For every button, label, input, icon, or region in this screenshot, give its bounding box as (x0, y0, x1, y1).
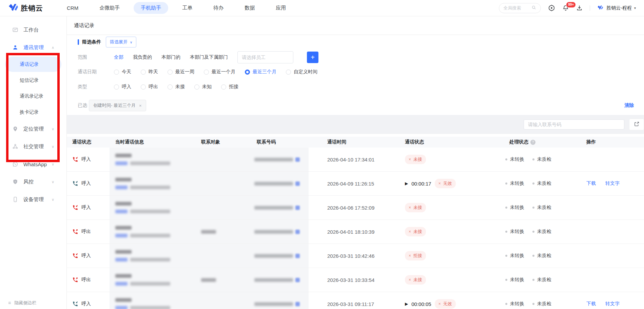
status-badge: ×未接 (405, 203, 426, 212)
top-nav-item[interactable]: CRM (60, 2, 85, 14)
blurred-link[interactable] (115, 306, 128, 309)
filter-panel: 筛选条件 筛选展开 ∨ 范围 全部我负责的本部门的本部门及下属部门 + 通话日期… (67, 35, 644, 111)
blurred-link[interactable] (115, 210, 128, 213)
blurred-link[interactable] (115, 258, 128, 262)
user-menu[interactable]: 胜销云-程程 ▾ (597, 5, 636, 11)
scope-option[interactable]: 全部 (114, 54, 123, 60)
sidebar-subitem[interactable]: 通讯录记录 (0, 88, 66, 104)
actions-cell (571, 148, 644, 171)
top-nav-item[interactable]: 手机助手 (134, 2, 168, 14)
call-date-radio[interactable]: 昨天 (141, 69, 158, 75)
call-time-value: 2026-04-09 11:26:15 (327, 181, 374, 187)
add-employee-button[interactable]: + (307, 52, 318, 63)
status-dot-icon (532, 158, 534, 160)
action-link[interactable]: 下载 (586, 301, 596, 307)
process-status-label: 未质检 (537, 253, 551, 259)
action-link[interactable]: 下载 (586, 180, 596, 187)
column-header: 操作 (571, 139, 644, 145)
top-nav-item[interactable]: 数据 (237, 2, 262, 14)
clear-filters-link[interactable]: 清除 (624, 102, 634, 109)
sidebar-subitem[interactable]: 换卡记录 (0, 104, 66, 120)
export-button[interactable] (629, 119, 644, 130)
global-search[interactable]: 全局搜索 (499, 3, 541, 13)
phone-action-icon[interactable] (295, 181, 300, 186)
process-status-item: 未质检 (532, 229, 551, 235)
settings-icon[interactable] (548, 4, 555, 12)
call-time-value: 2026-03-31 10:42:46 (327, 253, 374, 259)
phone-number-cell-blurred (254, 148, 309, 171)
call-direction-label: 呼入 (81, 156, 91, 162)
status-dot-icon (505, 182, 507, 185)
tag-close-icon[interactable]: × (139, 103, 142, 108)
call-type-radio-label: 未知 (202, 84, 212, 90)
sidebar-item[interactable]: 风控∨ (0, 173, 66, 191)
call-type-radio[interactable]: 呼入 (114, 84, 131, 90)
top-nav-item[interactable]: 企微助手 (92, 2, 127, 14)
scope-option[interactable]: 本部门及下属部门 (190, 54, 228, 60)
call-type-radio[interactable]: 未接 (168, 84, 185, 90)
status-dot-icon (532, 303, 534, 305)
blurred-link[interactable] (115, 186, 128, 189)
call-date-radio[interactable]: 最近三个月 (245, 69, 276, 75)
sidebar-item[interactable]: 通讯管理∧ (0, 39, 66, 56)
collapse-sidebar-button[interactable]: ≡ 隐藏侧边栏 (0, 297, 66, 309)
sidebar-item[interactable]: 定位管理∨ (0, 120, 66, 138)
blurred-phone-number (254, 254, 293, 258)
blurred-text (115, 178, 132, 181)
call-date-radio[interactable]: 最近一个月 (204, 69, 235, 75)
call-type-radio[interactable]: 未知 (194, 84, 212, 90)
whatsapp-icon (12, 161, 19, 168)
phone-action-icon[interactable] (295, 278, 300, 282)
sidebar-item[interactable]: WhatsApp∨ (0, 155, 66, 173)
blurred-phone-number (254, 302, 293, 306)
column-header: 处理状态? (482, 139, 571, 145)
employee-select-input[interactable] (237, 51, 293, 63)
sidebar-subitem[interactable]: 短信记录 (0, 72, 66, 88)
top-nav-item[interactable]: 待办 (206, 2, 231, 14)
play-icon[interactable]: ▶ (405, 181, 408, 186)
top-nav-item[interactable]: 工单 (175, 2, 199, 14)
process-status-label: 未转换 (510, 301, 524, 307)
call-date-radio[interactable]: 自定义时间 (286, 69, 317, 75)
actions-cell (571, 220, 644, 244)
process-status-item: 未质检 (532, 205, 551, 211)
process-status-cell: 未转换未质检 (482, 196, 571, 219)
notification-badge: 99+ (566, 2, 576, 8)
blurred-link[interactable] (115, 234, 128, 237)
status-dot-icon (532, 255, 534, 257)
call-date-radio[interactable]: 今天 (114, 69, 131, 75)
scope-option[interactable]: 我负责的 (133, 54, 152, 60)
scope-option[interactable]: 本部门的 (161, 54, 180, 60)
play-icon[interactable]: ▶ (405, 302, 408, 306)
phone-action-icon[interactable] (295, 230, 300, 234)
blurred-link[interactable] (115, 161, 128, 165)
help-icon[interactable]: ? (530, 140, 535, 145)
call-duration: 00:00:05 (411, 301, 431, 307)
phone-action-icon[interactable] (295, 157, 300, 162)
download-icon[interactable] (576, 5, 583, 11)
phone-action-icon[interactable] (295, 254, 300, 258)
call-status-cell: ×未接 (393, 220, 482, 244)
action-link[interactable]: 转文字 (605, 301, 620, 307)
top-nav-item[interactable]: 应用 (269, 2, 293, 14)
sidebar-item[interactable]: 工作台 (0, 21, 66, 39)
sidebar-item[interactable]: 社交管理∨ (0, 138, 66, 155)
outgoing-call-icon (72, 229, 78, 235)
call-type-radio[interactable]: 呼出 (141, 84, 158, 90)
phone-number-cell-blurred (254, 196, 309, 219)
process-status-label: 未质检 (537, 277, 551, 283)
process-status-label: 未转换 (510, 253, 524, 259)
call-date-radio[interactable]: 最近一周 (168, 69, 194, 75)
phone-action-icon[interactable] (295, 302, 300, 306)
selected-filter-tag[interactable]: 创建时间- 最近三个月 × (89, 100, 146, 111)
blurred-link[interactable] (115, 282, 128, 286)
action-link[interactable]: 转文字 (605, 180, 620, 187)
call-type-radio[interactable]: 拒接 (221, 84, 238, 90)
sidebar-subitem[interactable]: 通话记录 (5, 57, 61, 72)
filter-expand-button[interactable]: 筛选展开 ∨ (106, 37, 136, 47)
phone-action-icon[interactable] (295, 206, 300, 210)
phone-number-search-input[interactable] (524, 119, 624, 130)
export-icon (634, 121, 640, 128)
notifications-bell-icon[interactable]: 99+ (562, 4, 569, 12)
sidebar-item[interactable]: 设备管理∨ (0, 191, 66, 208)
